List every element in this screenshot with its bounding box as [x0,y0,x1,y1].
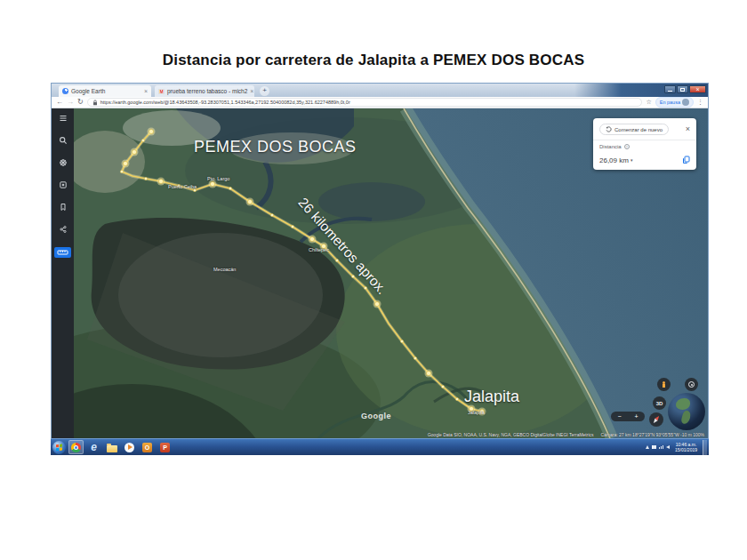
outlook-icon: O [142,443,152,452]
map-label-chiltepec: Chiltepec [309,247,329,252]
redo-icon [606,126,612,132]
network-icon[interactable] [659,445,663,449]
zoom-out-button[interactable]: − [617,413,621,420]
pemex-dos-bocas-label: PEMEX DOS BOCAS [194,138,357,156]
system-tray: 10:46 a.m. 15/01/2019 [646,440,707,455]
volume-icon[interactable] [666,445,670,449]
back-icon[interactable]: ← [56,99,63,106]
zoom-in-button[interactable]: + [634,413,638,420]
earth-sidebar [52,108,74,438]
gmail-favicon: M [158,89,165,94]
desktop: Distancia por carretera de Jalapita a PE… [0,0,747,560]
pegman-button[interactable] [657,378,671,391]
paused-sync-button[interactable]: En pausa [655,97,694,108]
google-watermark: Google [361,412,391,420]
taskbar-internet-explorer[interactable]: e [86,440,101,454]
menu-icon[interactable] [59,114,68,123]
map-label-puerto-ceiba: Puerto Ceiba [168,184,197,189]
tab-gmail[interactable]: M prueba terreno tabasco - mich2 × [155,85,254,97]
distance-label: Distancia [599,144,622,149]
map-label-mecoacan: Mecoacán [213,267,236,272]
divider [593,140,696,140]
new-tab-button[interactable]: + [260,86,269,96]
globe-overview[interactable] [668,393,705,430]
close-measure-icon[interactable]: × [686,125,690,133]
projects-icon[interactable] [59,203,68,212]
windows-logo-icon [56,444,62,450]
target-icon [688,381,695,388]
powerpoint-icon: P [160,443,170,452]
lock-icon [92,100,98,106]
show-desktop-button[interactable] [703,440,707,455]
minimize-button[interactable] [664,85,676,93]
measure-panel: Comenzar de nuevo × Distancia ? 26,09 km… [593,118,696,170]
voyager-icon[interactable] [59,158,68,167]
share-icon[interactable] [59,225,68,234]
tab-close-icon[interactable]: × [250,88,253,94]
url-text: https://earth.google.com/web/@18.4364350… [100,100,350,105]
reload-icon[interactable]: ↻ [77,99,84,106]
taskbar-outlook[interactable]: O [140,440,155,454]
start-button[interactable] [52,441,66,454]
folder-icon [107,445,117,452]
compass-button[interactable] [649,412,663,427]
taskbar-powerpoint[interactable]: P [157,440,173,454]
jalapita-label: Jalapita [464,388,519,406]
my-location-button[interactable] [685,378,698,391]
clock-date: 15/01/2019 [675,447,697,452]
browser-window: Google Earth × M prueba terreno tabasco … [51,83,709,438]
imagery-attribution: Google Data SIO, NOAA, U.S. Navy, NGA, G… [428,432,594,437]
camera-readout: Cámara: 27 km 18°27'19"N 93°05'55"W -10 … [601,432,704,437]
tab-google-earth[interactable]: Google Earth × [59,85,151,97]
copy-icon[interactable] [682,152,690,168]
measure-icon[interactable] [54,247,71,258]
taskbar-file-explorer[interactable] [104,440,119,454]
taskbar-clock[interactable]: 10:46 a.m. 15/01/2019 [672,442,700,452]
attribution-bar: Google Data SIO, NOAA, U.S. Navy, NGA, G… [74,431,708,438]
address-bar: ← → ↻ https://earth.google.com/web/@18.4… [52,97,708,108]
avatar [682,99,689,106]
map-label-jalapita-small: Jalapita [468,410,485,415]
browser-menu-icon[interactable]: ⋮ [697,99,703,106]
restart-measure-button[interactable]: Comenzar de nuevo [599,124,669,135]
bookmark-star-icon[interactable]: ☆ [646,99,651,106]
zoom-control: − + [611,412,645,421]
tab-label: prueba terreno tabasco - mich2 [167,88,247,94]
map-label-puerto-largo: Pto. Largo [207,176,229,181]
feeling-lucky-icon[interactable] [59,180,68,189]
ie-icon: e [91,443,97,452]
google-earth-favicon [62,88,68,94]
compass-needle-icon [652,415,660,424]
tab-label: Google Earth [71,88,105,94]
tab-close-icon[interactable]: × [144,88,148,94]
chrome-icon [71,443,81,452]
close-button[interactable]: × [689,85,706,93]
search-icon[interactable] [59,136,68,145]
tab-strip: Google Earth × M prueba terreno tabasco … [52,84,708,97]
unit-dropdown-icon[interactable]: ▾ [631,157,633,163]
action-center-flag-icon[interactable] [652,445,656,449]
distance-value[interactable]: 26,09 km [599,156,629,164]
help-icon[interactable]: ? [624,144,630,149]
media-player-icon [124,443,134,452]
tray-expand-icon[interactable] [646,445,649,449]
url-field[interactable]: https://earth.google.com/web/@18.4364350… [87,98,643,107]
taskbar-chrome[interactable] [68,440,84,454]
page-title: Distancia por carretera de Jalapita a PE… [0,52,747,69]
pegman-icon [662,381,666,388]
forward-icon[interactable]: → [67,99,74,106]
window-controls: × [664,85,706,93]
3d-toggle-button[interactable]: 3D [653,396,666,410]
windows-taskbar: e O P 10:46 a.m. 15/01/2019 [51,438,709,455]
maximize-button[interactable] [677,85,688,93]
earth-map-viewport[interactable]: Comenzar de nuevo × Distancia ? 26,09 km… [52,108,708,438]
taskbar-media-player[interactable] [122,440,137,454]
